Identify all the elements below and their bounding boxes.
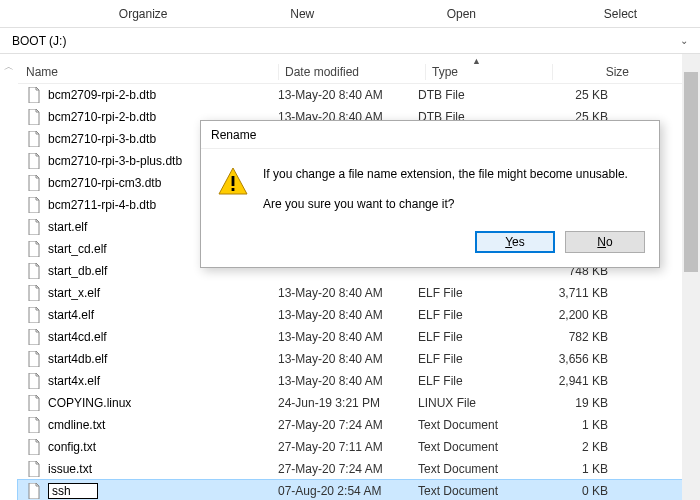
dialog-line1: If you change a file name extension, the… [263,165,628,183]
cell-type: Text Document [418,418,538,432]
file-icon [26,307,42,323]
cell-type: ELF File [418,352,538,366]
scrollbar[interactable] [682,54,700,500]
file-icon [26,373,42,389]
svg-rect-0 [232,176,235,186]
cell-size: 19 KB [538,396,628,410]
cell-size: 1 KB [538,418,628,432]
cell-type: ELF File [418,286,538,300]
cell-date: 07-Aug-20 2:54 AM [278,484,418,498]
ribbon-tab-blank[interactable] [0,0,64,27]
cell-type: ELF File [418,374,538,388]
cell-name-text: COPYING.linux [48,396,131,410]
ribbon-tab-organize[interactable]: Organize [64,0,223,27]
cell-type: ELF File [418,330,538,344]
cell-date: 13-May-20 8:40 AM [278,330,418,344]
file-icon [26,109,42,125]
header-name[interactable]: Name [18,65,278,79]
cell-date: 13-May-20 8:40 AM [278,286,418,300]
table-row-renaming[interactable]: ssh 07-Aug-20 2:54 AM Text Document 0 KB [18,480,682,500]
file-icon [26,87,42,103]
header-size-label: Size [606,65,629,79]
table-row[interactable]: start4x.elf13-May-20 8:40 AMELF File2,94… [18,370,682,392]
ribbon-tabs: Organize New Open Select [0,0,700,28]
column-headers: Name Date modified ▲ Type Size [18,60,682,84]
cell-name-text: start4db.elf [48,352,107,366]
header-type-label: Type [432,65,458,79]
cell-size: 2 KB [538,440,628,454]
table-row[interactable]: start4db.elf13-May-20 8:40 AMELF File3,6… [18,348,682,370]
cell-name-text: start_cd.elf [48,242,107,256]
scrollbar-thumb[interactable] [684,72,698,272]
file-icon [26,219,42,235]
dialog-line2: Are you sure you want to change it? [263,195,628,213]
cell-size: 2,200 KB [538,308,628,322]
cell-date: 13-May-20 8:40 AM [278,308,418,322]
cell-date: 13-May-20 8:40 AM [278,374,418,388]
cell-name-text: bcm2710-rpi-2-b.dtb [48,110,156,124]
dialog-title: Rename [201,121,659,149]
cell-name-text: bcm2709-rpi-2-b.dtb [48,88,156,102]
cell-name-text: cmdline.txt [48,418,105,432]
cell-size: 25 KB [538,88,628,102]
file-icon [26,263,42,279]
cell-type: Text Document [418,484,538,498]
table-row[interactable]: start4.elf13-May-20 8:40 AMELF File2,200… [18,304,682,326]
cell-name-text: start_db.elf [48,264,107,278]
no-button[interactable]: No [565,231,645,253]
cell-name-text: bcm2710-rpi-3-b-plus.dtb [48,154,182,168]
header-date[interactable]: Date modified [285,65,425,79]
file-icon [26,483,42,499]
cell-type: ELF File [418,308,538,322]
table-row[interactable]: issue.txt27-May-20 7:24 AMText Document1… [18,458,682,480]
cell-date: 24-Jun-19 3:21 PM [278,396,418,410]
table-row[interactable]: start4cd.elf13-May-20 8:40 AMELF File782… [18,326,682,348]
cell-size: 3,711 KB [538,286,628,300]
scroll-up-icon[interactable]: ︿ [4,60,14,74]
table-row[interactable]: cmdline.txt27-May-20 7:24 AMText Documen… [18,414,682,436]
cell-name-text: bcm2711-rpi-4-b.dtb [48,198,156,212]
rename-input[interactable]: ssh [48,483,98,499]
sort-asc-icon: ▲ [472,56,481,66]
cell-date: 13-May-20 8:40 AM [278,88,418,102]
chevron-down-icon[interactable]: ⌄ [680,35,688,46]
cell-name-text: start4x.elf [48,374,100,388]
table-row[interactable]: start_x.elf13-May-20 8:40 AMELF File3,71… [18,282,682,304]
warning-icon [217,165,249,197]
file-icon [26,197,42,213]
yes-button[interactable]: Yes [475,231,555,253]
cell-size: 0 KB [538,484,628,498]
table-row[interactable]: config.txt27-May-20 7:11 AMText Document… [18,436,682,458]
cell-type: Text Document [418,462,538,476]
header-name-label: Name [26,65,58,79]
cell-type: LINUX File [418,396,538,410]
header-date-label: Date modified [285,65,359,79]
file-icon [26,439,42,455]
header-size[interactable]: Size [559,65,649,79]
cell-type: Text Document [418,440,538,454]
svg-rect-1 [232,188,235,191]
file-icon [26,153,42,169]
file-icon [26,175,42,191]
cell-size: 782 KB [538,330,628,344]
file-icon [26,329,42,345]
breadcrumb-bar: BOOT (J:) ⌄ [0,28,700,54]
file-icon [26,131,42,147]
rename-dialog: Rename If you change a file name extensi… [200,120,660,268]
ribbon-tab-new[interactable]: New [223,0,382,27]
cell-name-text: config.txt [48,440,96,454]
cell-size: 1 KB [538,462,628,476]
ribbon-tab-select[interactable]: Select [541,0,700,27]
breadcrumb[interactable]: BOOT (J:) [8,34,66,48]
dialog-buttons: Yes No [201,221,659,267]
ribbon-tab-open[interactable]: Open [382,0,541,27]
cell-name-text: bcm2710-rpi-3-b.dtb [48,132,156,146]
cell-date: 27-May-20 7:24 AM [278,462,418,476]
file-icon [26,417,42,433]
cell-date: 27-May-20 7:11 AM [278,440,418,454]
cell-name-text: start4.elf [48,308,94,322]
nav-pane-gutter: ︿ [0,54,18,500]
table-row[interactable]: COPYING.linux24-Jun-19 3:21 PMLINUX File… [18,392,682,414]
table-row[interactable]: bcm2709-rpi-2-b.dtb13-May-20 8:40 AMDTB … [18,84,682,106]
header-type[interactable]: ▲ Type [432,65,552,79]
